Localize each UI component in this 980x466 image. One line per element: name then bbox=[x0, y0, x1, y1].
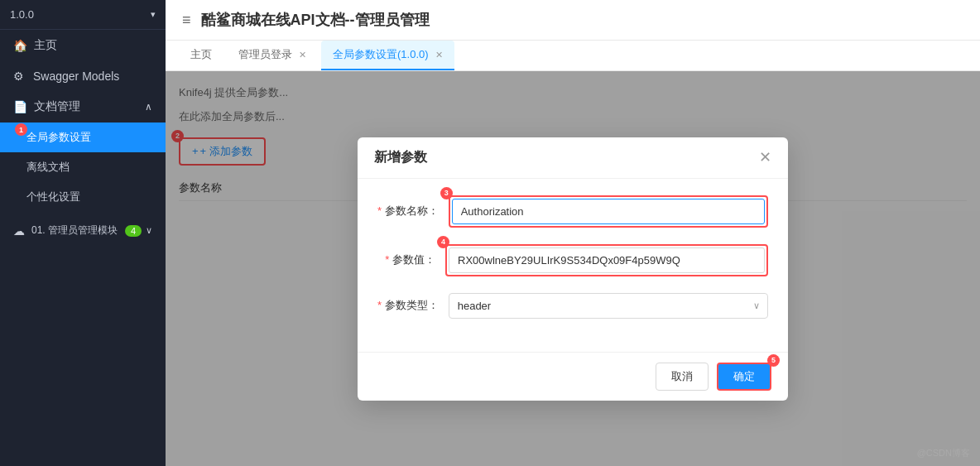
annotation-3: 3 bbox=[440, 187, 453, 199]
cancel-button[interactable]: 取消 bbox=[656, 363, 709, 391]
modal-header: 新增参数 ✕ bbox=[358, 137, 788, 179]
tab-admin-login-label: 管理员登录 bbox=[238, 47, 292, 62]
sidebar: 1.0.0 ▾ 🏠 主页 ⚙ Swagger Models 📄 文档管理 ∧ 1… bbox=[0, 0, 166, 466]
annotation-1: 1 bbox=[15, 123, 27, 136]
name-input-highlight bbox=[449, 195, 768, 228]
swagger-icon: ⚙ bbox=[13, 70, 26, 83]
version-text: 1.0.0 bbox=[10, 8, 34, 21]
sidebar-section-doc[interactable]: 📄 文档管理 ∧ bbox=[0, 91, 166, 123]
sidebar-module-admin[interactable]: ☁ 01. 管理员管理模块 4 ∨ bbox=[0, 215, 166, 246]
sidebar-sub-item-personalization-label: 个性化设置 bbox=[26, 190, 80, 204]
sidebar-item-home[interactable]: 🏠 主页 bbox=[0, 30, 166, 61]
cancel-label: 取消 bbox=[671, 370, 693, 382]
main-area: ≡ 酷鲨商城在线API文档--管理员管理 主页 管理员登录 ✕ 全局参数设置(1… bbox=[166, 0, 980, 466]
sidebar-sub-item-global-params[interactable]: 1 全局参数设置 bbox=[0, 123, 166, 152]
sidebar-item-swagger[interactable]: ⚙ Swagger Models bbox=[0, 61, 166, 91]
module-controls: 4 ∨ bbox=[125, 225, 152, 237]
param-type-select[interactable]: header query path body bbox=[449, 293, 768, 319]
param-value-input[interactable] bbox=[449, 247, 765, 273]
module-expand-icon: ∨ bbox=[146, 225, 152, 236]
confirm-label: 确定 bbox=[733, 370, 755, 382]
type-select-wrapper: header query path body ∨ bbox=[449, 293, 768, 319]
tab-global-params-label: 全局参数设置(1.0.0) bbox=[333, 47, 429, 62]
sidebar-item-home-label: 主页 bbox=[34, 38, 57, 53]
sidebar-module-admin-label: 01. 管理员管理模块 bbox=[31, 223, 118, 238]
cloud-icon: ☁ bbox=[13, 224, 25, 238]
form-label-type: * 参数类型： bbox=[377, 298, 439, 313]
modal-overlay: 新增参数 ✕ * 参数名称： 3 bbox=[166, 71, 980, 466]
form-row-type: * 参数类型： header query path body ∨ bbox=[377, 293, 768, 319]
collapse-icon: ∧ bbox=[145, 101, 152, 113]
sidebar-section-doc-left: 📄 文档管理 bbox=[13, 99, 80, 114]
modal-footer: 取消 5 确定 bbox=[358, 352, 788, 401]
form-row-value: * 参数值： 4 bbox=[377, 244, 768, 276]
tab-home[interactable]: 主页 bbox=[179, 41, 223, 70]
modal-dialog: 新增参数 ✕ * 参数名称： 3 bbox=[358, 137, 788, 401]
page-title: 酷鲨商城在线API文档--管理员管理 bbox=[201, 10, 430, 30]
tab-global-params[interactable]: 全局参数设置(1.0.0) ✕ bbox=[321, 41, 454, 70]
value-input-highlight bbox=[445, 244, 768, 276]
version-arrow-icon: ▾ bbox=[151, 9, 156, 20]
param-name-input[interactable] bbox=[452, 199, 765, 224]
required-mark-type: * bbox=[377, 299, 382, 311]
home-icon: 🏠 bbox=[13, 39, 27, 52]
sidebar-sub-item-personalization[interactable]: 个性化设置 bbox=[0, 182, 166, 212]
watermark: @CSDN博客 bbox=[917, 447, 970, 459]
sidebar-sub-item-offline[interactable]: 离线文档 bbox=[0, 152, 166, 182]
modal-title: 新增参数 bbox=[374, 149, 427, 166]
sidebar-section-doc-label: 文档管理 bbox=[34, 99, 80, 114]
sidebar-item-swagger-label: Swagger Models bbox=[33, 70, 119, 83]
modal-body: * 参数名称： 3 * 参数值： bbox=[358, 179, 788, 352]
menu-icon[interactable]: ≡ bbox=[182, 12, 191, 29]
module-badge: 4 bbox=[125, 225, 142, 237]
main-header: ≡ 酷鲨商城在线API文档--管理员管理 bbox=[166, 0, 980, 41]
tab-home-label: 主页 bbox=[190, 47, 212, 62]
name-input-wrapper: 3 bbox=[449, 195, 768, 228]
version-selector[interactable]: 1.0.0 ▾ bbox=[0, 0, 166, 30]
confirm-btn-wrapper: 5 确定 bbox=[717, 363, 771, 391]
confirm-button[interactable]: 确定 bbox=[717, 363, 771, 391]
required-mark-name: * bbox=[377, 204, 382, 217]
tab-admin-login-close[interactable]: ✕ bbox=[299, 50, 306, 60]
value-input-wrapper: 4 bbox=[445, 244, 768, 276]
modal-close-button[interactable]: ✕ bbox=[759, 150, 771, 165]
doc-icon: 📄 bbox=[13, 100, 27, 113]
tabs-bar: 主页 管理员登录 ✕ 全局参数设置(1.0.0) ✕ bbox=[166, 41, 980, 71]
sidebar-module-admin-left: ☁ 01. 管理员管理模块 bbox=[13, 223, 118, 238]
tab-admin-login[interactable]: 管理员登录 ✕ bbox=[227, 41, 318, 70]
form-row-name: * 参数名称： 3 bbox=[377, 195, 768, 228]
sidebar-sub-item-global-params-label: 全局参数设置 bbox=[26, 131, 91, 143]
sidebar-sub-item-offline-label: 离线文档 bbox=[26, 160, 70, 175]
form-label-value: * 参数值： bbox=[377, 252, 435, 267]
annotation-5: 5 bbox=[767, 354, 780, 367]
annotation-4: 4 bbox=[437, 236, 449, 248]
required-mark-value: * bbox=[385, 253, 389, 266]
form-label-name: * 参数名称： bbox=[377, 204, 439, 219]
tab-global-params-close[interactable]: ✕ bbox=[435, 50, 443, 60]
content-area: Knife4j 提供全局参数... 在此添加全局参数后... 2 + + 添加参… bbox=[166, 71, 980, 466]
